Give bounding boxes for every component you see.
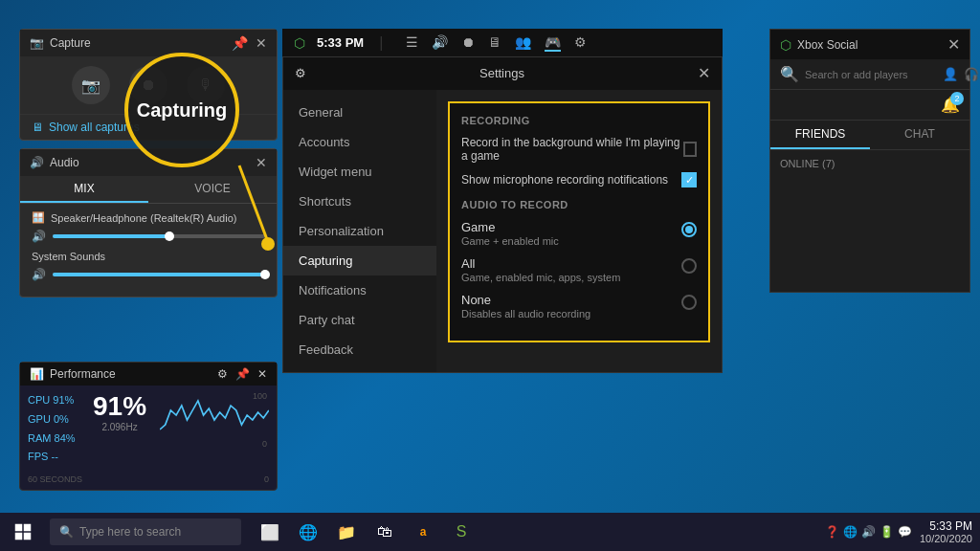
task-view-button[interactable]: ⬜ <box>253 515 287 549</box>
nav-personalization[interactable]: Personalization <box>283 216 436 246</box>
xbox-nav-icons: ☰ 🔊 ⏺ 🖥 👥 🎮 ⚙ <box>406 34 587 52</box>
audio-device: 🪟 Speaker/Headphone (Realtek(R) Audio) <box>32 211 265 224</box>
notification-bell[interactable]: 🔔 2 <box>941 96 960 114</box>
search-icon: 🔍 <box>780 65 799 83</box>
window-icon: 🪟 <box>32 211 45 224</box>
volume-slider[interactable] <box>53 234 265 238</box>
nav-widget-menu[interactable]: Widget menu <box>283 157 436 187</box>
audio-game-label: Game <box>461 220 559 234</box>
audio-close-icon[interactable]: ✕ <box>256 155 267 170</box>
xbox-nav-display-icon[interactable]: 🖥 <box>488 34 501 52</box>
nav-shortcuts[interactable]: Shortcuts <box>283 187 436 216</box>
background-record-checkbox[interactable] <box>683 142 697 157</box>
xbox-nav-settings-icon[interactable]: ⚙ <box>574 34 587 52</box>
start-button[interactable] <box>0 513 46 551</box>
social-search-input[interactable] <box>805 69 937 80</box>
audio-section: AUDIO TO RECORD Game Game + enabled mic <box>461 199 697 320</box>
monitor-icon: 🖥 <box>32 121 43 134</box>
capture-titlebar: 📷 Capture 📌 ✕ <box>20 30 277 56</box>
amazon-button[interactable]: a <box>406 515 440 549</box>
notification-icon[interactable]: 💬 <box>898 525 912 539</box>
tab-chat[interactable]: CHAT <box>870 121 969 149</box>
taskbar-search-label: Type here to search <box>79 525 181 539</box>
perf-pin-icon[interactable]: 📌 <box>235 367 250 381</box>
social-tabs: FRIENDS CHAT <box>770 121 969 150</box>
xbox-nav-controller-icon[interactable]: 🎮 <box>545 34 561 52</box>
recording-section-label: RECORDING <box>461 115 697 126</box>
background-record-row: Record in the background while I'm playi… <box>461 136 697 163</box>
capturing-dot <box>261 237 275 251</box>
social-close-button[interactable]: ✕ <box>947 35 960 54</box>
capture-close-icon[interactable]: ✕ <box>256 35 267 51</box>
perf-settings-icon[interactable]: ⚙ <box>217 367 228 381</box>
nav-capturing[interactable]: Capturing <box>283 246 436 276</box>
social-headset-icon[interactable]: 🎧 <box>964 67 979 81</box>
audio-volume-row: 🔊 <box>32 230 265 243</box>
nav-general[interactable]: General <box>283 98 436 127</box>
audio-all-label: All <box>461 256 620 271</box>
social-titlebar: ⬡ Xbox Social ✕ <box>770 30 969 59</box>
xbox-nav-people-icon[interactable]: 👥 <box>515 34 531 52</box>
settings-title: Settings <box>479 66 524 80</box>
battery-icon[interactable]: 🔋 <box>880 525 894 539</box>
xbox-logo-icon: ⬡ <box>294 35 305 51</box>
xbox-nav-menu-icon[interactable]: ☰ <box>406 34 418 52</box>
tab-mix[interactable]: MIX <box>20 176 148 203</box>
taskbar-time[interactable]: 5:33 PM 10/20/2020 <box>920 519 972 544</box>
capture-title: Capture <box>50 36 91 50</box>
svg-rect-2 <box>24 524 32 532</box>
xbox-nav-volume-icon[interactable]: 🔊 <box>432 34 448 52</box>
nav-feedback[interactable]: Feedback <box>283 335 436 364</box>
social-person-icon[interactable]: 👤 <box>943 67 958 81</box>
svg-rect-3 <box>15 533 23 540</box>
help-icon[interactable]: ❓ <box>825 525 839 539</box>
capture-controls: 📌 ✕ <box>232 35 267 51</box>
audio-all-radio[interactable] <box>681 258 697 274</box>
recording-box: RECORDING Record in the background while… <box>448 101 710 342</box>
perf-footer-label: 60 SECONDS <box>28 474 82 484</box>
nav-notifications[interactable]: Notifications <box>283 276 436 305</box>
audio-game-radio[interactable] <box>681 222 697 237</box>
screenshot-button[interactable]: 📷 <box>72 66 110 104</box>
slim-button[interactable]: S <box>444 515 479 549</box>
store-button[interactable]: 🛍 <box>368 515 402 549</box>
audio-controls: ✕ <box>256 155 267 170</box>
audio-none-radio[interactable] <box>681 295 697 310</box>
speaker-icon[interactable]: 🔊 <box>861 525 876 539</box>
audio-content: 🪟 Speaker/Headphone (Realtek(R) Audio) 🔊… <box>20 204 277 297</box>
audio-section-label: AUDIO TO RECORD <box>461 199 697 210</box>
nav-party-chat[interactable]: Party chat <box>283 305 436 335</box>
network-icon[interactable]: 🌐 <box>843 525 858 539</box>
mic-notification-checkbox[interactable] <box>681 172 697 187</box>
cpu-freq: 2.096Hz <box>101 422 137 432</box>
xbox-nav-capture-icon[interactable]: ⏺ <box>461 34 475 52</box>
perf-close-icon[interactable]: ✕ <box>257 367 267 381</box>
settings-content: RECORDING Record in the background while… <box>436 90 722 354</box>
tab-voice[interactable]: VOICE <box>148 176 277 203</box>
system-sounds-label: System Sounds <box>32 251 265 262</box>
cpu-percent: 91% <box>93 391 146 422</box>
xbox-social-panel: ⬡ Xbox Social ✕ 🔍 👤 🎧 ✏ 🔔 2 FRIENDS CHAT… <box>769 29 970 293</box>
capturing-overlay: Capturing <box>124 53 239 167</box>
settings-body: General Accounts Widget menu Shortcuts P… <box>283 90 722 372</box>
audio-option-none: None Disables all audio recording <box>461 293 697 320</box>
taskbar-right: ❓ 🌐 🔊 🔋 💬 5:33 PM 10/20/2020 <box>825 519 980 544</box>
taskbar-icons: ⬜ 🌐 📁 🛍 a S <box>253 515 479 549</box>
taskbar-search[interactable]: 🔍 Type here to search <box>50 518 241 545</box>
audio-widget: 🔊 Audio ✕ MIX VOICE 🪟 Speaker/Headphone … <box>19 148 278 298</box>
taskbar-sys-icons: ❓ 🌐 🔊 🔋 💬 <box>825 525 912 539</box>
settings-icon: ⚙ <box>295 66 306 80</box>
settings-close-button[interactable]: ✕ <box>698 64 710 82</box>
edge-button[interactable]: 🌐 <box>291 515 325 549</box>
tab-friends[interactable]: FRIENDS <box>770 121 870 149</box>
audio-option-all: All Game, enabled mic, apps, system <box>461 256 697 283</box>
system-sounds-row: 🔊 <box>32 268 265 281</box>
system-sounds-slider[interactable] <box>53 273 265 276</box>
capturing-label: Capturing <box>137 99 227 121</box>
capture-pin-icon[interactable]: 📌 <box>232 35 248 51</box>
social-search[interactable]: 🔍 👤 🎧 ✏ <box>770 59 969 90</box>
svg-rect-1 <box>15 524 23 532</box>
nav-accounts[interactable]: Accounts <box>283 127 436 157</box>
explorer-button[interactable]: 📁 <box>329 515 364 549</box>
perf-title: Performance <box>50 367 116 381</box>
